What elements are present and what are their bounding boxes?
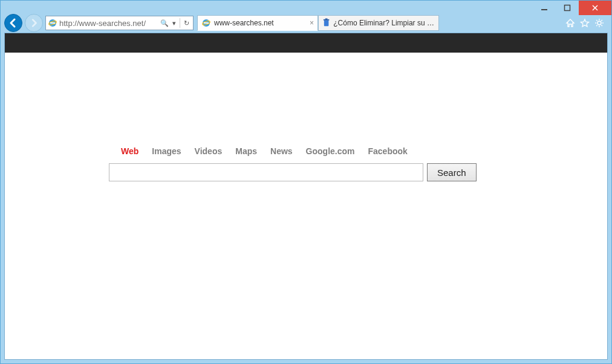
window-titlebar xyxy=(1,1,611,15)
refresh-icon[interactable]: ↻ xyxy=(184,19,189,27)
search-categories: Web Images Videos Maps News Google.com F… xyxy=(109,146,408,156)
tab-label: ¿Cómo Eliminar? Limpiar su co... xyxy=(333,19,435,27)
nav-back-button[interactable] xyxy=(4,14,22,32)
search-icon[interactable]: 🔍 xyxy=(160,19,169,27)
tab-close-icon[interactable]: × xyxy=(310,19,314,27)
svg-line-19 xyxy=(601,20,602,21)
category-videos[interactable]: Videos xyxy=(195,146,223,156)
search-area: Web Images Videos Maps News Google.com F… xyxy=(5,146,607,181)
page-header-bar xyxy=(5,33,607,53)
browser-tab[interactable]: www-searches.net × xyxy=(197,15,318,31)
tab-strip: www-searches.net × ¿Cómo Eliminar? Limpi… xyxy=(197,15,563,31)
category-facebook[interactable]: Facebook xyxy=(368,146,408,156)
search-button[interactable]: Search xyxy=(427,163,477,181)
toolbar-right-icons xyxy=(565,18,608,28)
svg-rect-7 xyxy=(204,22,209,24)
address-url[interactable]: http://www-searches.net/ xyxy=(59,19,158,28)
window-minimize-button[interactable] xyxy=(533,1,556,15)
svg-rect-1 xyxy=(565,5,570,11)
address-tools: 🔍 ▾ ↻ xyxy=(160,18,191,28)
category-web[interactable]: Web xyxy=(121,146,138,156)
svg-line-18 xyxy=(596,25,597,26)
ie-logo-icon xyxy=(201,18,211,28)
category-images[interactable]: Images xyxy=(152,146,181,156)
browser-toolbar: http://www-searches.net/ 🔍 ▾ ↻ www-searc… xyxy=(1,15,611,33)
favorites-icon[interactable] xyxy=(580,18,590,28)
dropdown-icon[interactable]: ▾ xyxy=(172,19,176,27)
svg-rect-10 xyxy=(325,18,328,19)
address-bar[interactable]: http://www-searches.net/ 🔍 ▾ ↻ xyxy=(45,16,194,30)
home-icon[interactable] xyxy=(565,18,575,28)
svg-rect-8 xyxy=(324,21,329,26)
window-close-button[interactable] xyxy=(579,1,611,15)
svg-line-16 xyxy=(596,20,597,21)
page-viewport: Web Images Videos Maps News Google.com F… xyxy=(4,33,608,360)
category-google[interactable]: Google.com xyxy=(306,146,355,156)
svg-point-11 xyxy=(597,21,601,25)
nav-forward-button[interactable] xyxy=(25,14,43,32)
svg-rect-0 xyxy=(541,9,547,10)
svg-rect-4 xyxy=(50,22,55,24)
search-row: Search xyxy=(109,163,477,181)
trash-icon xyxy=(322,18,330,28)
category-maps[interactable]: Maps xyxy=(235,146,257,156)
svg-line-17 xyxy=(601,25,602,26)
window-maximize-button[interactable] xyxy=(556,1,579,15)
ie-logo-icon xyxy=(48,18,57,28)
settings-gear-icon[interactable] xyxy=(594,18,604,28)
category-news[interactable]: News xyxy=(270,146,293,156)
tab-label: www-searches.net xyxy=(214,19,307,27)
search-input[interactable] xyxy=(109,163,423,181)
separator xyxy=(180,18,180,28)
browser-tab[interactable]: ¿Cómo Eliminar? Limpiar su co... xyxy=(318,15,439,31)
